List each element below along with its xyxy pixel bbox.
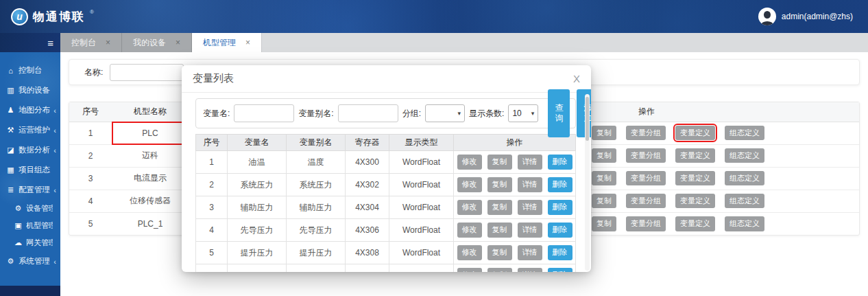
variable-col-寄存器: 寄存器 bbox=[346, 135, 389, 151]
machine-actions-cell: 复制变量分组变量定义组态定义 bbox=[589, 122, 859, 144]
复制-button[interactable]: 复制 bbox=[592, 171, 616, 186]
variable-row: 5提升压力提升压力4X308WordFloat修改复制详情删除 bbox=[196, 242, 576, 264]
tab-控制台[interactable]: 控制台× bbox=[60, 33, 122, 52]
sidebar-item-机型管理[interactable]: ▣机型管理 bbox=[0, 217, 60, 234]
variable-alias-input[interactable] bbox=[338, 104, 398, 122]
sidebar-item-label: 我的设备 bbox=[19, 85, 53, 95]
user-menu[interactable]: admin(admin@zhs) bbox=[758, 8, 853, 25]
详情-button[interactable]: 详情 bbox=[518, 155, 542, 170]
highlight-box bbox=[112, 122, 189, 145]
sidebar-item-项目组态[interactable]: ▦项目组态 bbox=[0, 160, 60, 180]
sidebar-item-设备管理[interactable]: ⚙设备管理 bbox=[0, 200, 60, 217]
变量定义-button[interactable]: 变量定义 bbox=[675, 126, 715, 141]
变量定义-button[interactable]: 变量定义 bbox=[675, 148, 715, 163]
chart-icon: ◪ bbox=[6, 146, 15, 155]
复制-button[interactable]: 复制 bbox=[592, 148, 616, 163]
删除-button[interactable]: 删除 bbox=[548, 245, 572, 260]
修改-button[interactable]: 修改 bbox=[457, 177, 482, 192]
修改-button[interactable]: 修改 bbox=[457, 268, 482, 272]
sidebar-item-数据分析[interactable]: ◪数据分析‹ bbox=[0, 140, 60, 160]
变量定义-button[interactable]: 变量定义 bbox=[675, 171, 715, 186]
tab-close-icon[interactable]: × bbox=[176, 38, 180, 47]
variable-actions-cell: 修改复制详情删除 bbox=[454, 219, 576, 242]
sidebar-item-我的设备[interactable]: ▥我的设备 bbox=[0, 80, 60, 100]
变量分组-button[interactable]: 变量分组 bbox=[626, 148, 666, 163]
sidebar-item-运营维护[interactable]: ⚒运营维护‹ bbox=[0, 120, 60, 140]
variable-name-cell: 提升压力 bbox=[228, 242, 287, 264]
详情-button[interactable]: 详情 bbox=[518, 268, 542, 272]
tab-我的设备[interactable]: 我的设备× bbox=[122, 33, 192, 52]
variable-row: 2系统压力系统压力4X302WordFloat修改复制详情删除 bbox=[196, 174, 576, 196]
复制-button[interactable]: 复制 bbox=[487, 177, 512, 192]
variable-register-cell: 4X304 bbox=[346, 196, 389, 219]
machine-index-cell: 1 bbox=[69, 122, 112, 144]
详情-button[interactable]: 详情 bbox=[518, 200, 542, 215]
变量定义-button[interactable]: 变量定义 bbox=[675, 216, 715, 231]
variable-table: 序号变量名变量别名寄存器显示类型操作 1油温温度4X300WordFloat修改… bbox=[195, 134, 576, 272]
删除-button[interactable]: 删除 bbox=[548, 268, 572, 272]
sidebar-footer bbox=[0, 286, 60, 296]
sidebar-item-label: 系统管理 bbox=[19, 256, 50, 266]
sidebar-item-label: 项目组态 bbox=[19, 165, 53, 175]
sidebar-item-地图分布[interactable]: ♟地图分布‹ bbox=[0, 100, 60, 120]
查询-button[interactable]: 查询 bbox=[548, 89, 570, 137]
删除-button[interactable]: 删除 bbox=[548, 223, 572, 238]
name-filter-input[interactable] bbox=[110, 64, 184, 81]
变量定义-button[interactable]: 变量定义 bbox=[675, 194, 715, 209]
tab-bar: ≡ 控制台×我的设备×机型管理× bbox=[0, 33, 868, 52]
cloud-icon: ☁ bbox=[14, 238, 23, 247]
复制-button[interactable]: 复制 bbox=[487, 223, 512, 238]
variable-type-cell: WordFloat bbox=[389, 219, 454, 242]
chevron-down-icon: ▾ bbox=[458, 110, 461, 117]
tab-机型管理[interactable]: 机型管理× bbox=[192, 33, 262, 52]
详情-button[interactable]: 详情 bbox=[518, 245, 542, 260]
变量分组-button[interactable]: 变量分组 bbox=[626, 194, 666, 209]
详情-button[interactable]: 详情 bbox=[518, 177, 542, 192]
logo[interactable]: u 物通博联 ® bbox=[11, 8, 94, 25]
sidebar-item-配置管理[interactable]: ≣配置管理‹ bbox=[0, 180, 60, 200]
tab-close-icon[interactable]: × bbox=[245, 38, 250, 47]
修改-button[interactable]: 修改 bbox=[457, 155, 482, 170]
sidebar-item-网关管理[interactable]: ☁网关管理 bbox=[0, 234, 60, 251]
组态定义-button[interactable]: 组态定义 bbox=[725, 126, 764, 141]
修改-button[interactable]: 修改 bbox=[457, 200, 482, 215]
tab-close-icon[interactable]: × bbox=[106, 38, 110, 47]
复制-button[interactable]: 复制 bbox=[487, 200, 512, 215]
sidebar-item-控制台[interactable]: ⌂控制台 bbox=[0, 60, 60, 80]
复制-button[interactable]: 复制 bbox=[592, 216, 616, 231]
variable-actions-cell: 修改复制详情删除 bbox=[454, 174, 576, 196]
修改-button[interactable]: 修改 bbox=[457, 245, 482, 260]
close-icon[interactable]: X bbox=[573, 73, 580, 84]
变量分组-button[interactable]: 变量分组 bbox=[626, 171, 666, 186]
variable-col-变量别名: 变量别名 bbox=[287, 135, 346, 151]
详情-button[interactable]: 详情 bbox=[518, 223, 542, 238]
组态定义-button[interactable]: 组态定义 bbox=[725, 216, 764, 231]
变量分组-button[interactable]: 变量分组 bbox=[626, 216, 666, 231]
variable-alias-cell bbox=[287, 264, 346, 273]
变量分组-button[interactable]: 变量分组 bbox=[626, 126, 666, 141]
machine-actions-cell: 复制变量分组变量定义组态定义 bbox=[589, 144, 859, 167]
复制-button[interactable]: 复制 bbox=[487, 245, 512, 260]
删除-button[interactable]: 删除 bbox=[548, 155, 572, 170]
machine-index-cell: 2 bbox=[69, 144, 112, 167]
修改-button[interactable]: 修改 bbox=[457, 223, 482, 238]
device-icon: ▥ bbox=[6, 86, 15, 95]
组态定义-button[interactable]: 组态定义 bbox=[725, 148, 764, 163]
page-size-select[interactable]: 10 ▾ bbox=[508, 104, 538, 122]
复制-button[interactable]: 复制 bbox=[487, 155, 512, 170]
删除-button[interactable]: 删除 bbox=[548, 200, 572, 215]
组态定义-button[interactable]: 组态定义 bbox=[725, 171, 764, 186]
sidebar-item-系统管理[interactable]: ⚙系统管理‹ bbox=[0, 251, 60, 271]
group-select[interactable]: ▾ bbox=[425, 104, 465, 122]
删除-button[interactable]: 删除 bbox=[548, 177, 572, 192]
group-label: 分组: bbox=[402, 108, 421, 119]
复制-button[interactable]: 复制 bbox=[592, 126, 616, 141]
复制-button[interactable]: 复制 bbox=[592, 194, 616, 209]
variable-name-input[interactable] bbox=[234, 104, 294, 122]
menu-toggle-icon[interactable]: ≡ bbox=[47, 38, 53, 48]
modal-scrollbar[interactable] bbox=[585, 94, 590, 271]
复制-button[interactable]: 复制 bbox=[487, 268, 512, 272]
variable-register-cell bbox=[346, 264, 389, 273]
scrollbar-thumb[interactable] bbox=[586, 97, 589, 141]
组态定义-button[interactable]: 组态定义 bbox=[725, 194, 764, 209]
